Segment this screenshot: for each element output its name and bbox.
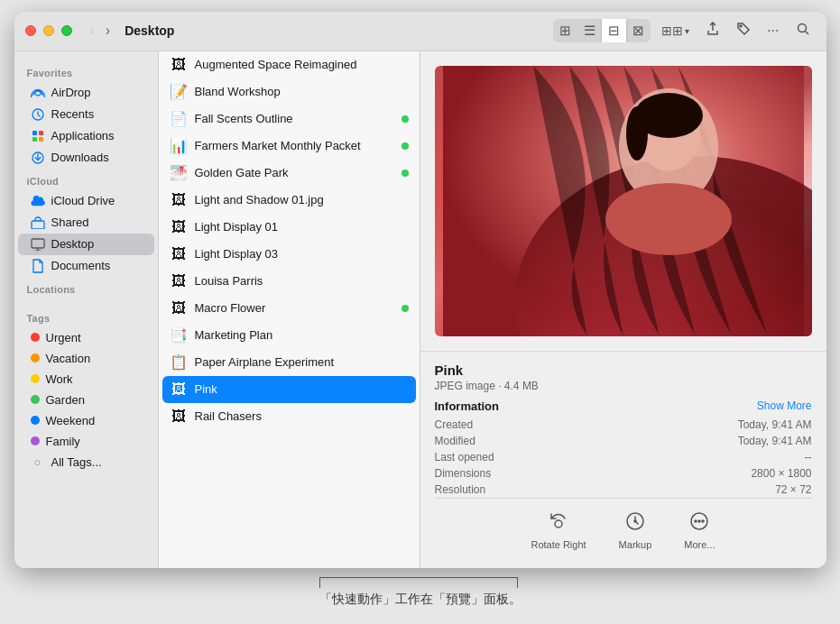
documents-label: Documents <box>51 259 111 272</box>
file-item-4[interactable]: 🌁 Golden Gate Park <box>159 160 420 187</box>
file-icon-6: 🖼 <box>170 218 188 236</box>
sidebar-item-vacation[interactable]: Vacation <box>18 348 154 369</box>
tag-button[interactable] <box>731 18 756 43</box>
gallery-view-btn[interactable]: ⊠ <box>626 19 651 42</box>
sidebar-item-recents[interactable]: Recents <box>18 104 154 125</box>
file-icon-7: 🖼 <box>170 245 188 263</box>
weekend-label: Weekend <box>46 414 96 427</box>
sidebar-item-urgent[interactable]: Urgent <box>18 327 154 348</box>
rotate-right-button[interactable]: Rotate Right <box>531 511 586 550</box>
svg-rect-7 <box>32 137 37 142</box>
vacation-dot <box>31 353 40 362</box>
file-item-7[interactable]: 🖼 Light Display 03 <box>159 241 420 268</box>
show-more-link[interactable]: Show More <box>757 399 812 412</box>
icloud-drive-label: iCloud Drive <box>51 194 115 207</box>
file-name-1: Bland Workshop <box>195 85 409 98</box>
all-tags-icon: ○ <box>31 455 45 470</box>
file-item-10[interactable]: 📑 Marketing Plan <box>159 322 420 349</box>
svg-point-1 <box>798 24 806 32</box>
file-icon-12: 🖼 <box>170 381 188 399</box>
airdrop-icon <box>31 86 45 100</box>
minimize-button[interactable] <box>43 25 54 36</box>
close-button[interactable] <box>25 25 36 36</box>
file-icon-10: 📑 <box>170 326 188 344</box>
sidebar-item-desktop[interactable]: Desktop <box>18 234 154 255</box>
tag-icon <box>736 23 751 39</box>
file-name-0: Augmented Space Reimagined <box>195 58 409 71</box>
dot-9 <box>402 305 409 312</box>
downloads-label: Downloads <box>51 151 109 164</box>
sidebar-item-applications[interactable]: Applications <box>18 125 154 147</box>
file-item-2[interactable]: 📄 Fall Scents Outline <box>159 106 420 133</box>
file-name-3: Farmers Market Monthly Packet <box>195 139 394 152</box>
sidebar-item-airdrop[interactable]: AirDrop <box>18 82 154 104</box>
sidebar-item-work[interactable]: Work <box>18 369 154 390</box>
file-item-13[interactable]: 🖼 Rail Chasers <box>159 403 420 430</box>
file-item-8[interactable]: 🖼 Louisa Parris <box>159 268 420 295</box>
sidebar-item-all-tags[interactable]: ○ All Tags... <box>18 452 154 473</box>
file-item-11[interactable]: 📋 Paper Airplane Experiment <box>159 349 420 376</box>
sidebar-item-icloud-drive[interactable]: iCloud Drive <box>18 190 154 212</box>
group-button[interactable]: ⊞⊞ ▾ <box>656 20 695 41</box>
list-view-btn[interactable]: ☰ <box>577 19 602 42</box>
favorites-header: Favorites <box>14 60 158 82</box>
file-name-12: Pink <box>195 382 409 396</box>
window-title: Desktop <box>125 23 174 38</box>
recents-icon <box>31 107 45 122</box>
info-key-4: Resolution <box>435 483 486 496</box>
svg-point-20 <box>555 520 562 528</box>
forward-button[interactable]: › <box>102 21 114 41</box>
applications-icon <box>31 129 45 143</box>
sidebar-item-downloads[interactable]: Downloads <box>18 147 154 169</box>
svg-rect-6 <box>39 131 43 135</box>
group-chevron: ▾ <box>685 26 689 36</box>
garden-dot <box>31 395 40 404</box>
sidebar-item-documents[interactable]: Documents <box>18 255 154 277</box>
file-name-7: Light Display 03 <box>195 247 409 261</box>
file-name-11: Paper Airplane Experiment <box>195 355 409 369</box>
share-button[interactable] <box>700 18 725 43</box>
file-item-3[interactable]: 📊 Farmers Market Monthly Packet <box>159 133 420 160</box>
work-label: Work <box>46 372 73 386</box>
svg-point-19 <box>605 183 732 255</box>
family-dot <box>31 436 40 445</box>
file-icon-5: 🖼 <box>170 191 188 209</box>
shared-icon <box>31 216 45 230</box>
sidebar-item-garden[interactable]: Garden <box>18 390 154 410</box>
ellipsis-icon: ··· <box>767 23 779 38</box>
back-button[interactable]: ‹ <box>87 21 98 41</box>
file-icon-0: 🖼 <box>170 56 188 74</box>
file-icon-8: 🖼 <box>170 272 188 290</box>
sidebar-item-shared[interactable]: Shared <box>18 212 154 234</box>
airdrop-label: AirDrop <box>51 86 91 99</box>
file-icon-3: 📊 <box>170 137 188 155</box>
view-switcher: ⊞ ☰ ⊟ ⊠ <box>553 19 651 42</box>
file-item-6[interactable]: 🖼 Light Display 01 <box>159 214 420 241</box>
file-name-10: Marketing Plan <box>195 328 409 342</box>
finder-window: ‹ › Desktop ⊞ ☰ ⊟ ⊠ ⊞⊞ ▾ <box>14 12 826 568</box>
file-item-9[interactable]: 🖼 Macro Flower <box>159 295 420 322</box>
sidebar: Favorites AirDrop <box>14 51 159 568</box>
icon-view-btn[interactable]: ⊞ <box>553 19 577 42</box>
fullscreen-button[interactable] <box>61 25 72 36</box>
file-item-1[interactable]: 📝 Bland Workshop <box>159 78 420 106</box>
sidebar-item-family[interactable]: Family <box>18 431 154 452</box>
column-view-btn[interactable]: ⊟ <box>602 19 626 42</box>
svg-rect-11 <box>32 239 44 248</box>
applications-label: Applications <box>51 129 115 142</box>
caption-area: 「快速動作」工作在「預覽」面板。 <box>319 568 522 613</box>
svg-rect-10 <box>32 221 44 229</box>
markup-button[interactable]: Markup <box>619 511 652 550</box>
recents-label: Recents <box>51 107 95 121</box>
file-item-12[interactable]: 🖼 Pink <box>162 376 416 403</box>
work-dot <box>31 374 40 383</box>
more-actions-button[interactable]: More... <box>684 511 715 550</box>
more-button[interactable]: ··· <box>762 19 784 42</box>
file-item-0[interactable]: 🖼 Augmented Space Reimagined <box>159 51 420 78</box>
quick-actions: Rotate Right Markup <box>435 498 812 561</box>
sidebar-item-weekend[interactable]: Weekend <box>18 410 154 431</box>
vacation-label: Vacation <box>46 352 91 365</box>
file-item-5[interactable]: 🖼 Light and Shadow 01.jpg <box>159 187 420 214</box>
search-button[interactable] <box>790 18 816 43</box>
desktop-label: Desktop <box>51 237 95 251</box>
